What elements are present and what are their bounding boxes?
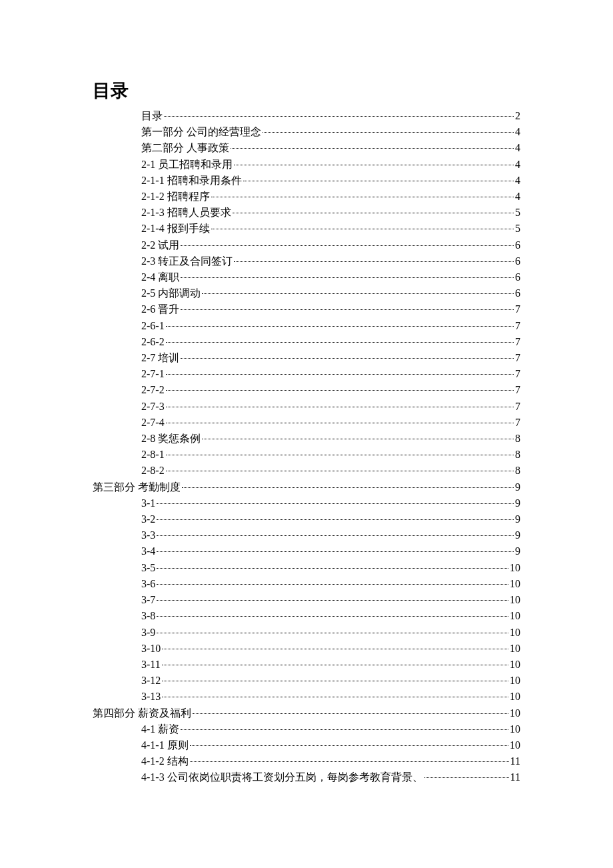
toc-entry[interactable]: 2-7 培训7 (93, 350, 520, 366)
toc-leader (181, 729, 508, 730)
toc-entry[interactable]: 2-6-17 (93, 318, 520, 334)
toc-entry-label: 3-13 (141, 689, 161, 705)
toc-entry[interactable]: 第四部分 薪资及福利10 (93, 705, 520, 721)
toc-entry[interactable]: 2-3 转正及合同签订6 (93, 253, 520, 269)
toc-entry-label: 目录 (141, 108, 163, 124)
toc-leader (243, 181, 514, 181)
toc-entry-label: 2-4 离职 (141, 269, 179, 285)
toc-entry[interactable]: 2-1-4 报到手续5 (93, 221, 520, 237)
toc-entry-page: 7 (515, 318, 520, 334)
toc-entry[interactable]: 3-710 (93, 592, 520, 608)
toc-entry[interactable]: 第一部分 公司的经营理念4 (93, 124, 520, 140)
toc-entry-label: 2-1-1 招聘和录用条件 (141, 173, 242, 189)
toc-leader (162, 697, 508, 697)
toc-entry-label: 4-1-3 公司依岗位职责将工资划分五岗，每岗参考教育背景、 (141, 769, 423, 785)
toc-entry-page: 4 (515, 124, 520, 140)
toc-entry-label: 3-11 (141, 657, 161, 673)
toc-entry[interactable]: 4-1-1 原则10 (93, 737, 520, 753)
toc-entry[interactable]: 2-8-28 (93, 463, 520, 479)
toc-entry-page: 6 (515, 253, 520, 269)
toc-entry[interactable]: 3-29 (93, 511, 520, 527)
toc-entry-page: 7 (515, 366, 520, 382)
toc-entry-page: 4 (515, 140, 520, 156)
toc-entry[interactable]: 2-6 晋升7 (93, 301, 520, 317)
toc-entry[interactable]: 2-1 员工招聘和录用4 (93, 157, 520, 173)
toc-entry[interactable]: 第三部分 考勤制度9 (93, 479, 520, 495)
toc-entry[interactable]: 3-510 (93, 560, 520, 576)
toc-entry[interactable]: 2-7-27 (93, 382, 520, 398)
toc-leader (211, 229, 514, 229)
toc-leader (162, 649, 508, 649)
toc-leader (157, 633, 508, 633)
toc-entry[interactable]: 2-8-18 (93, 447, 520, 463)
toc-entry-label: 2-6 晋升 (141, 301, 179, 317)
toc-entry[interactable]: 2-1-1 招聘和录用条件4 (93, 173, 520, 189)
toc-entry[interactable]: 2-7-17 (93, 366, 520, 382)
toc-entry[interactable]: 2-1-2 招聘程序4 (93, 189, 520, 205)
toc-entry[interactable]: 4-1-3 公司依岗位职责将工资划分五岗，每岗参考教育背景、11 (93, 769, 520, 785)
toc-entry-page: 9 (515, 495, 520, 511)
toc-entry-label: 3-2 (141, 511, 155, 527)
toc-entry-label: 2-3 转正及合同签订 (141, 253, 233, 269)
toc-leader (157, 519, 514, 520)
toc-entry-page: 10 (510, 689, 520, 705)
toc-entry[interactable]: 3-1310 (93, 689, 520, 705)
toc-leader (157, 551, 514, 552)
toc-entry-label: 3-12 (141, 673, 161, 689)
toc-entry[interactable]: 3-19 (93, 495, 520, 511)
toc-entry-page: 7 (515, 415, 520, 431)
toc-entry-page: 5 (515, 221, 520, 237)
toc-entry-label: 2-1-2 招聘程序 (141, 189, 210, 205)
toc-entry-label: 3-5 (141, 560, 155, 576)
toc-entry-label: 2-7-1 (141, 366, 165, 382)
toc-leader (166, 326, 514, 327)
toc-entry-label: 2-7 培训 (141, 350, 179, 366)
toc-entry-page: 10 (510, 625, 520, 641)
toc-entry-label: 3-7 (141, 592, 155, 608)
toc-entry[interactable]: 2-6-27 (93, 334, 520, 350)
toc-entry-page: 10 (510, 592, 520, 608)
toc-entry[interactable]: 3-49 (93, 543, 520, 559)
toc-leader (190, 745, 508, 746)
toc-entry[interactable]: 3-910 (93, 625, 520, 641)
toc-entry-label: 3-8 (141, 608, 155, 624)
toc-leader (202, 439, 514, 439)
toc-entry[interactable]: 4-1 薪资10 (93, 721, 520, 737)
toc-entry[interactable]: 3-1210 (93, 673, 520, 689)
toc-entry[interactable]: 4-1-2 结构11 (93, 753, 520, 769)
toc-entry-page: 10 (510, 737, 520, 753)
toc-entry[interactable]: 3-39 (93, 527, 520, 543)
toc-entry[interactable]: 2-8 奖惩条例8 (93, 431, 520, 447)
toc-leader (181, 358, 514, 359)
toc-entry-page: 6 (515, 285, 520, 301)
toc-entry[interactable]: 2-7-37 (93, 399, 520, 415)
toc-entry[interactable]: 2-7-47 (93, 415, 520, 431)
toc-entry-label: 2-8 奖惩条例 (141, 431, 201, 447)
toc-entry[interactable]: 目录2 (93, 108, 520, 124)
toc-entry[interactable]: 2-2 试用6 (93, 237, 520, 253)
toc-entry[interactable]: 3-610 (93, 576, 520, 592)
page-title: 目录 (93, 79, 129, 103)
toc-leader (166, 455, 514, 455)
toc-leader (202, 293, 514, 294)
toc-entry-page: 9 (515, 543, 520, 559)
toc-entry[interactable]: 2-4 离职6 (93, 269, 520, 285)
toc-entry[interactable]: 3-1010 (93, 641, 520, 657)
toc-entry-page: 4 (515, 173, 520, 189)
toc-entry-label: 2-8-1 (141, 447, 165, 463)
toc-entry-label: 3-1 (141, 495, 155, 511)
toc-entry-page: 9 (515, 511, 520, 527)
toc-entry[interactable]: 3-810 (93, 608, 520, 624)
toc-entry-page: 10 (510, 673, 520, 689)
toc-entry-label: 4-1-1 原则 (141, 737, 189, 753)
toc-entry[interactable]: 3-1110 (93, 657, 520, 673)
toc-entry-label: 2-1-3 招聘人员要求 (141, 205, 231, 221)
toc-entry-page: 10 (510, 721, 520, 737)
toc-leader (181, 245, 514, 246)
toc-entry-page: 9 (515, 527, 520, 543)
toc-leader (157, 503, 514, 504)
toc-entry[interactable]: 2-5 内部调动6 (93, 285, 520, 301)
toc-entry[interactable]: 2-1-3 招聘人员要求5 (93, 205, 520, 221)
toc-entry-page: 7 (515, 334, 520, 350)
toc-entry[interactable]: 第二部分 人事政策4 (93, 140, 520, 156)
